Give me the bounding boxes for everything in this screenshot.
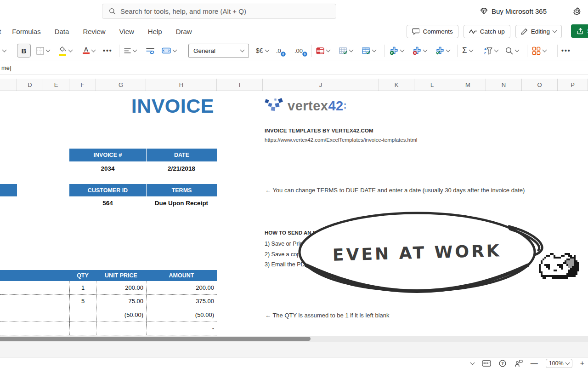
borders-button[interactable] bbox=[36, 40, 50, 61]
date-value[interactable]: 2/21/2018 bbox=[146, 161, 217, 175]
accessibility-button[interactable] bbox=[514, 360, 523, 367]
invoice-title: INVOICE bbox=[96, 95, 214, 117]
horizontal-scrollbar-thumb[interactable] bbox=[0, 337, 311, 341]
item-description[interactable] bbox=[0, 295, 69, 308]
autosum-button[interactable]: Σ bbox=[462, 40, 473, 61]
item-unit-price[interactable]: 200.00 bbox=[96, 281, 146, 294]
keyboard-shortcuts-button[interactable] bbox=[482, 360, 491, 367]
item-qty[interactable]: 1 bbox=[69, 281, 96, 294]
share-button[interactable]: Sh bbox=[571, 24, 588, 38]
horizontal-scrollbar[interactable] bbox=[0, 336, 588, 342]
format-cells-button[interactable] bbox=[435, 40, 450, 61]
search-icon bbox=[109, 8, 116, 15]
spreadsheet-canvas[interactable]: INVOICE vertex42: INVOICE TEMPLATES BY V… bbox=[0, 91, 588, 336]
comments-button[interactable]: Comments bbox=[407, 25, 458, 38]
cell-styles-button[interactable] bbox=[362, 40, 376, 61]
item-amount[interactable]: 200.00 bbox=[146, 281, 217, 294]
alignment-button[interactable] bbox=[124, 40, 136, 61]
item-description[interactable] bbox=[0, 281, 69, 294]
tab-draw[interactable]: Draw bbox=[176, 28, 192, 35]
column-header-I[interactable]: I bbox=[217, 79, 263, 91]
column-header-partial[interactable] bbox=[0, 79, 17, 91]
font-overflow-button[interactable]: ••• bbox=[103, 40, 113, 61]
item-qty[interactable] bbox=[69, 308, 96, 322]
tab-view[interactable]: View bbox=[119, 28, 134, 35]
column-header-H[interactable]: H bbox=[146, 79, 217, 91]
sort-filter-button[interactable]: A Z bbox=[482, 40, 498, 61]
items-table-body: 1200.00200.00575.00375.00(50.00)(50.00)- bbox=[0, 281, 217, 335]
item-amount[interactable]: (50.00) bbox=[146, 308, 217, 322]
vertex42-logo-mark bbox=[264, 98, 284, 116]
menu-bar: t FormulasDataReviewViewHelpDraw Comment… bbox=[0, 22, 588, 40]
chevron-down-icon bbox=[349, 47, 354, 52]
conditional-formatting-button[interactable] bbox=[316, 40, 330, 61]
item-unit-price[interactable]: (50.00) bbox=[96, 308, 146, 322]
chevron-down-icon bbox=[326, 47, 331, 52]
tab-help[interactable]: Help bbox=[148, 28, 162, 35]
delete-cells-button[interactable] bbox=[413, 40, 427, 61]
formula-bar[interactable]: me] bbox=[0, 61, 588, 75]
insert-cells-button[interactable] bbox=[390, 40, 404, 61]
item-amount[interactable]: - bbox=[146, 322, 217, 335]
analyze-data-button[interactable] bbox=[532, 40, 546, 61]
items-row[interactable]: (50.00)(50.00) bbox=[0, 308, 217, 322]
tab-review[interactable]: Review bbox=[83, 28, 105, 35]
column-header-G[interactable]: G bbox=[96, 79, 146, 91]
format-as-table-button[interactable] bbox=[339, 40, 353, 61]
column-header-E[interactable]: E bbox=[43, 79, 69, 91]
tab-formulas[interactable]: Formulas bbox=[12, 28, 41, 35]
catch-up-button[interactable]: Catch up bbox=[464, 25, 510, 38]
column-header-J[interactable]: J bbox=[263, 79, 379, 91]
invoice-number-value[interactable]: 2034 bbox=[69, 161, 146, 175]
decrease-decimal-button[interactable]: .0 bbox=[276, 40, 283, 61]
item-description[interactable] bbox=[0, 308, 69, 322]
customer-id-value[interactable]: 564 bbox=[69, 196, 146, 209]
items-row[interactable]: - bbox=[0, 322, 217, 336]
font-color-button[interactable]: A bbox=[83, 40, 95, 61]
fill-color-button[interactable] bbox=[59, 40, 72, 61]
editing-mode-button[interactable]: Editing bbox=[515, 25, 562, 38]
item-unit-price[interactable]: 75.00 bbox=[96, 295, 146, 308]
item-description[interactable] bbox=[0, 322, 69, 335]
excel-web-app: Search for tools, help, and more (Alt + … bbox=[0, 0, 588, 368]
zoom-out-button[interactable]: — bbox=[531, 359, 538, 368]
tab-data[interactable]: Data bbox=[55, 28, 69, 35]
top-bar: Search for tools, help, and more (Alt + … bbox=[0, 0, 588, 22]
wrap-text-button[interactable] bbox=[146, 40, 155, 61]
ribbon-tabs: t FormulasDataReviewViewHelpDraw bbox=[0, 22, 192, 40]
buy-microsoft-365-button[interactable]: Buy Microsoft 365 bbox=[480, 6, 547, 17]
items-row[interactable]: 1200.00200.00 bbox=[0, 281, 217, 295]
search-input[interactable]: Search for tools, help, and more (Alt + … bbox=[102, 4, 336, 19]
column-header-P[interactable]: P bbox=[558, 79, 588, 91]
column-header-K[interactable]: K bbox=[379, 79, 414, 91]
currency-format-button[interactable]: $€ bbox=[256, 40, 269, 61]
zoom-level-dropdown[interactable]: 100% bbox=[546, 359, 572, 368]
help-button[interactable]: ? bbox=[499, 360, 506, 367]
toolbar-overflow-button[interactable]: ••• bbox=[561, 40, 571, 61]
items-row[interactable]: 575.00375.00 bbox=[0, 295, 217, 309]
column-header-L[interactable]: L bbox=[414, 79, 450, 91]
zoom-in-button[interactable]: + bbox=[580, 359, 584, 368]
item-qty[interactable] bbox=[69, 322, 96, 335]
font-size-dropdown-partial[interactable] bbox=[3, 40, 6, 61]
terms-value[interactable]: Due Upon Receipt bbox=[146, 196, 217, 209]
item-qty[interactable]: 5 bbox=[69, 295, 96, 308]
column-header-D[interactable]: D bbox=[17, 79, 43, 91]
number-format-dropdown[interactable]: General bbox=[188, 40, 249, 61]
merge-cells-button[interactable] bbox=[162, 40, 176, 61]
column-header-O[interactable]: O bbox=[522, 79, 558, 91]
settings-button[interactable] bbox=[571, 6, 582, 17]
increase-decimal-button[interactable]: .00 bbox=[294, 40, 305, 61]
bold-button[interactable]: B bbox=[17, 40, 31, 61]
status-expand-button[interactable] bbox=[471, 362, 474, 364]
item-amount[interactable]: 375.00 bbox=[146, 295, 217, 308]
templates-url[interactable]: https://www.vertex42.com/ExcelTemplates/… bbox=[265, 137, 417, 143]
tab-partial[interactable]: t bbox=[0, 28, 1, 35]
column-header-M[interactable]: M bbox=[450, 79, 486, 91]
item-unit-price[interactable] bbox=[96, 322, 146, 335]
column-header-F[interactable]: F bbox=[69, 79, 96, 91]
find-button[interactable] bbox=[505, 40, 519, 61]
items-header-UNIT PRICE: UNIT PRICE bbox=[96, 270, 146, 281]
column-header-N[interactable]: N bbox=[486, 79, 522, 91]
editing-label: Editing bbox=[531, 28, 550, 35]
